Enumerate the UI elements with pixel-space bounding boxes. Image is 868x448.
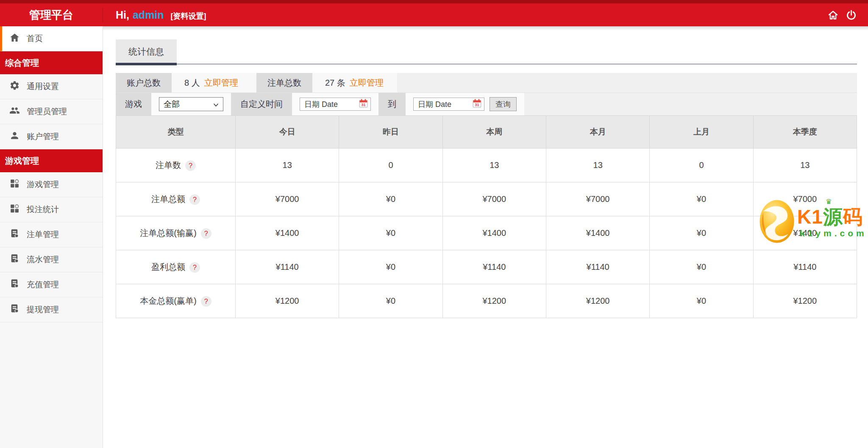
value-cell: ¥1140: [442, 250, 546, 284]
table-header-row: 类型今日昨日本周本月上月本季度: [116, 116, 857, 148]
value-cell: 0: [339, 148, 442, 182]
value-cell: ¥1200: [753, 284, 857, 318]
sidebar-item-label: 投注统计: [27, 204, 59, 215]
table-row: 注单总额(输赢)?¥1400¥0¥1400¥1400¥0¥1400: [116, 216, 857, 250]
value-cell: ¥1400: [546, 216, 649, 250]
tab-statistics[interactable]: 统计信息: [116, 39, 177, 64]
custom-time-label: 自定义时间: [231, 93, 292, 115]
row-type-cell: 注单总额(输赢)?: [116, 216, 236, 250]
date-to-field: 日期 Date 31 查询: [406, 93, 524, 115]
sidebar-section-games: 游戏管理: [0, 149, 103, 172]
sidebar-item-order-management[interactable]: 注单管理: [0, 222, 103, 247]
sidebar-section-label: 游戏管理: [5, 155, 39, 167]
svg-text:31: 31: [362, 103, 366, 107]
game-filter-field: 全部: [151, 93, 231, 115]
date-to-input[interactable]: 日期 Date 31: [413, 98, 484, 111]
sidebar-item-home[interactable]: 首页: [0, 26, 103, 51]
admins-icon: [9, 105, 20, 118]
help-icon[interactable]: ?: [201, 228, 211, 239]
sidebar-item-label: 充值管理: [27, 279, 59, 290]
sidebar-item-label: 注单管理: [27, 229, 59, 240]
sidebar-item-general-settings[interactable]: 通用设置: [0, 74, 103, 99]
tab-bar: 统计信息: [116, 39, 857, 64]
home-icon: [9, 32, 20, 45]
sidebar-section-label: 综合管理: [5, 57, 39, 69]
value-cell: ¥1400: [442, 216, 546, 250]
value-cell: 13: [236, 148, 339, 182]
total-orders-value-cell: 27 条 立即管理: [312, 73, 397, 92]
value-cell: ¥1400: [236, 216, 339, 250]
chevron-down-icon: [213, 100, 219, 109]
total-accounts-count: 8 人: [184, 77, 200, 89]
value-cell: ¥1200: [546, 284, 649, 318]
sidebar-item-game-management[interactable]: 游戏管理: [0, 172, 103, 197]
sidebar-item-label: 流水管理: [27, 254, 59, 265]
profile-settings-link[interactable]: [资料设置]: [171, 11, 206, 21]
game-select-value: 全部: [164, 99, 180, 110]
statistics-table: 类型今日昨日本周本月上月本季度 注单数?1301313013注单总额?¥7000…: [116, 115, 857, 318]
sidebar-item-admin-management[interactable]: 管理员管理: [0, 99, 103, 124]
help-icon[interactable]: ?: [189, 262, 200, 273]
game-select[interactable]: 全部: [159, 97, 223, 111]
sidebar-item-label: 提现管理: [27, 304, 59, 315]
value-cell: ¥7000: [753, 182, 857, 216]
sidebar-item-turnover-management[interactable]: 流水管理: [0, 247, 103, 272]
date-to-label: 到: [378, 93, 406, 115]
row-type-label: 注单总额: [151, 194, 185, 204]
value-cell: ¥7000: [236, 182, 339, 216]
value-cell: ¥1140: [753, 250, 857, 284]
user-icon: [9, 130, 20, 143]
top-accent-strip: [0, 0, 868, 3]
row-type-label: 注单总额(输赢): [140, 228, 196, 238]
row-type-label: 本金总额(赢单): [140, 296, 196, 305]
value-cell: ¥0: [339, 284, 442, 318]
value-cell: ¥1200: [236, 284, 339, 318]
header-actions: [827, 3, 857, 26]
value-cell: 13: [442, 148, 546, 182]
value-cell: ¥1140: [236, 250, 339, 284]
table-row: 盈利总额?¥1140¥0¥1140¥1140¥0¥1140: [116, 250, 857, 284]
sidebar-item-bet-statistics[interactable]: 投注统计: [0, 197, 103, 222]
manage-orders-link[interactable]: 立即管理: [350, 77, 384, 89]
row-type-cell: 注单总额?: [116, 182, 236, 216]
power-logout-icon[interactable]: [846, 9, 857, 21]
column-header-6: 本季度: [753, 116, 857, 148]
manage-accounts-link[interactable]: 立即管理: [204, 77, 238, 89]
user-greeting: Hi, admin [资料设置]: [116, 9, 206, 21]
grid-icon: [9, 178, 20, 191]
greeting-prefix: Hi,: [116, 9, 129, 21]
sidebar-item-recharge-management[interactable]: 充值管理: [0, 272, 103, 297]
help-icon[interactable]: ?: [185, 160, 196, 171]
total-accounts-value-cell: 8 人 立即管理: [172, 73, 256, 92]
sidebar-item-label: 账户管理: [27, 131, 59, 142]
help-icon[interactable]: ?: [189, 194, 200, 205]
gear-icon: [9, 80, 20, 93]
sidebar-section-general: 综合管理: [0, 51, 103, 74]
date-from-input[interactable]: 日期 Date 31: [300, 98, 371, 111]
sidebar-item-withdrawal-management[interactable]: 提现管理: [0, 297, 103, 322]
table-row: 注单总额?¥7000¥0¥7000¥7000¥0¥7000: [116, 182, 857, 216]
value-cell: ¥0: [650, 284, 753, 318]
column-header-4: 本月: [546, 116, 649, 148]
stats-bar: 账户总数 8 人 立即管理 注单总数 27 条 立即管理: [116, 73, 857, 93]
row-type-label: 盈利总额: [151, 262, 185, 272]
row-type-cell: 注单数?: [116, 148, 236, 182]
value-cell: 13: [753, 148, 857, 182]
value-cell: ¥0: [650, 182, 753, 216]
sidebar: 首页 综合管理 通用设置 管理员管理: [0, 26, 103, 448]
date-from-field: 日期 Date 31: [292, 93, 378, 115]
value-cell: 13: [546, 148, 649, 182]
column-header-5: 上月: [650, 116, 753, 148]
value-cell: ¥0: [339, 250, 442, 284]
column-header-3: 本周: [442, 116, 546, 148]
sidebar-item-account-management[interactable]: 账户管理: [0, 124, 103, 149]
value-cell: ¥0: [339, 182, 442, 216]
help-icon[interactable]: ?: [201, 296, 211, 307]
value-cell: ¥0: [339, 216, 442, 250]
search-button[interactable]: 查询: [490, 97, 517, 111]
value-cell: ¥1140: [546, 250, 649, 284]
calendar-icon[interactable]: 31: [472, 98, 482, 110]
value-cell: ¥0: [650, 250, 753, 284]
calendar-icon[interactable]: 31: [359, 98, 368, 110]
home-icon[interactable]: [827, 9, 839, 21]
